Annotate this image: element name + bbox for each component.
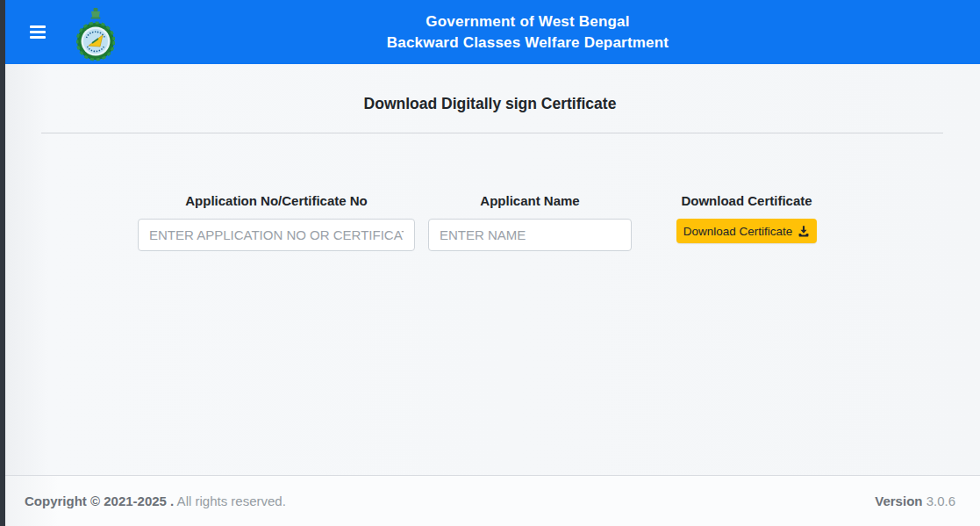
west-bengal-emblem bbox=[76, 6, 115, 62]
download-certificate-button[interactable]: Download Certificate bbox=[676, 219, 817, 243]
page-title: Download Digitally sign Certificate bbox=[0, 64, 980, 113]
application-no-label: Application No/Certificate No bbox=[138, 193, 415, 208]
application-no-input[interactable] bbox=[138, 219, 415, 251]
copyright-rest: All rights reserved. bbox=[174, 494, 286, 508]
hamburger-icon bbox=[30, 25, 46, 39]
download-certificate-label: Download Certificate bbox=[676, 193, 817, 208]
applicant-name-group: Applicant Name bbox=[428, 193, 632, 251]
collapsed-sidebar-strip bbox=[0, 0, 5, 526]
copyright-years: Copyright © 2021-2025 . bbox=[25, 494, 174, 508]
applicant-name-input[interactable] bbox=[428, 219, 632, 251]
version-value: 3.0.6 bbox=[922, 494, 955, 508]
header-title-line2: Backward Classes Welfare Department bbox=[115, 32, 941, 54]
applicant-name-label: Applicant Name bbox=[428, 193, 632, 208]
app-footer: Copyright © 2021-2025 . All rights reser… bbox=[0, 475, 980, 526]
version-text: Version 3.0.6 bbox=[875, 494, 955, 508]
download-group: Download Certificate Download Certificat… bbox=[676, 193, 817, 243]
certificate-download-form: Application No/Certificate No Applicant … bbox=[138, 193, 980, 251]
header-title: Government of West Bengal Backward Class… bbox=[115, 11, 941, 54]
download-icon bbox=[798, 225, 810, 237]
application-no-group: Application No/Certificate No bbox=[138, 193, 415, 251]
title-divider bbox=[41, 133, 943, 133]
west-bengal-emblem-logo bbox=[76, 6, 115, 62]
version-label: Version bbox=[875, 494, 922, 508]
main-content: Download Digitally sign Certificate Appl… bbox=[0, 64, 980, 475]
app-header: Government of West Bengal Backward Class… bbox=[0, 0, 980, 64]
header-title-line1: Government of West Bengal bbox=[115, 11, 941, 32]
sidebar-toggle-button[interactable] bbox=[25, 20, 51, 44]
copyright-text: Copyright © 2021-2025 . All rights reser… bbox=[25, 494, 286, 508]
download-button-text: Download Certificate bbox=[683, 225, 793, 238]
